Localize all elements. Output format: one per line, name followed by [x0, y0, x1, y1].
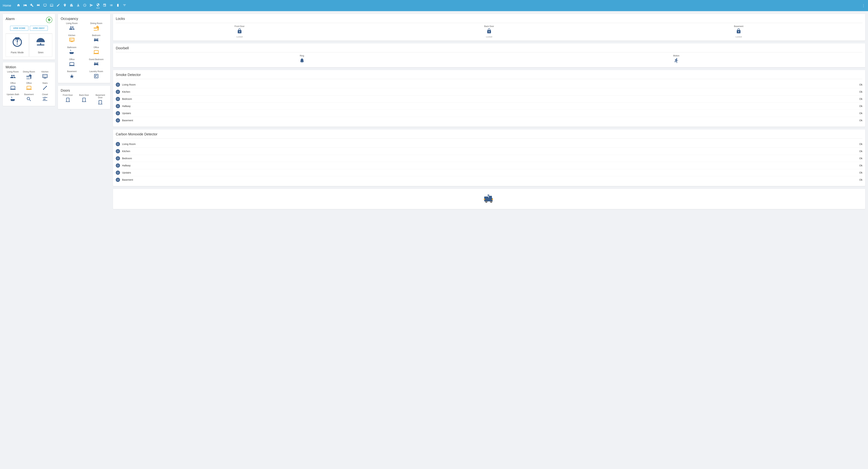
co-bedroom-icon [116, 156, 120, 161]
arm-home-button[interactable]: ARM HOME [10, 26, 28, 31]
clock-nav-icon[interactable] [83, 3, 87, 8]
smoke-basement-name: Basement [122, 119, 859, 122]
siren-button[interactable]: Siren [29, 34, 53, 57]
motion-kitchen-icon [42, 74, 48, 80]
occ-basement: Basement [61, 70, 83, 80]
occ-kitchen-icon [69, 37, 74, 44]
co-kitchen-icon [116, 149, 120, 153]
co-detector-title: Carbon Monoxide Detector [116, 132, 157, 136]
panic-mode-label: Panic Mode [11, 51, 24, 54]
smoke-basement: Basement Ok [116, 117, 862, 124]
occ-bathroom: Bathroom [61, 46, 83, 56]
lock-basement-icon [736, 28, 741, 35]
motion-office-2-label: Office [26, 82, 32, 84]
doorbell-motion: Motion [490, 55, 862, 64]
motion-living-room: Living Room [6, 71, 20, 80]
occ-office-yellow-icon [93, 49, 99, 56]
co-basement-name: Basement [122, 178, 859, 181]
occ-bedroom-icon [93, 37, 99, 44]
svg-rect-13 [484, 197, 488, 198]
co-upstairs-icon [116, 171, 120, 175]
door-back: Back Door [77, 94, 91, 106]
svg-rect-8 [70, 38, 71, 41]
co-bedroom-status: Ok [859, 157, 862, 160]
location-nav-icon[interactable] [63, 3, 67, 8]
doors-grid: Front Door Back Door Basement Door [61, 94, 107, 106]
occ-bathroom-icon [69, 49, 74, 56]
motion-dining-room-icon [26, 74, 32, 80]
smoke-basement-icon [116, 118, 120, 123]
tv-nav-icon[interactable] [43, 3, 47, 8]
panic-mode-button[interactable]: Panic Mode [6, 34, 29, 57]
motion-living-room-icon [10, 74, 16, 80]
co-hallway-status: Ok [859, 164, 862, 167]
co-basement-status: Ok [859, 178, 862, 181]
co-hallway-icon [116, 163, 120, 168]
alarm-card: Alarm ARM HOME ARM AWAY Panic [3, 14, 55, 60]
smoke-hallway-status: Ok [859, 105, 862, 107]
arm-away-button[interactable]: ARM AWAY [30, 26, 48, 31]
alarm-header: Alarm [6, 17, 52, 23]
doorbell-motion-icon [674, 58, 679, 64]
app-title: Home [3, 4, 11, 7]
pin-nav-icon[interactable] [103, 3, 106, 8]
shield-nav-icon[interactable] [96, 3, 100, 8]
motion-upstairs-bath-label: Upstairs Bath [7, 93, 19, 96]
smoke-upstairs-name: Upstairs [122, 112, 859, 114]
bedroom-nav-icon[interactable] [37, 3, 40, 8]
lock-back-door: Back Door Locked [365, 25, 613, 38]
motion-card: Motion Living Room Dining Room [3, 62, 55, 106]
svg-point-1 [40, 39, 42, 41]
co-detector-list: Living Room Ok Kitchen Ok Bedroom Ok [116, 141, 862, 183]
accessibility-nav-icon[interactable] [76, 3, 80, 8]
pencil-nav-icon[interactable] [57, 3, 60, 8]
battery-nav-icon[interactable] [116, 3, 120, 8]
co-kitchen-name: Kitchen [122, 150, 859, 153]
home-nav-icon[interactable] [17, 3, 20, 8]
more-menu-icon[interactable]: ⋮ [862, 3, 865, 8]
smoke-divider [116, 79, 862, 79]
bed-nav-icon[interactable] [23, 3, 27, 8]
smoke-upstairs-status: Ok [859, 112, 862, 114]
occ-bedroom: Bedroom [85, 34, 107, 44]
filter-nav-icon[interactable] [123, 3, 126, 8]
motion-living-room-label: Living Room [7, 71, 19, 73]
doorbell-motion-label: Motion [673, 55, 679, 57]
fire-truck-icon [484, 193, 495, 205]
siren-icon [35, 37, 46, 49]
smoke-living-room-name: Living Room [122, 83, 859, 86]
panic-mode-icon [12, 37, 23, 49]
smoke-bedroom-name: Bedroom [122, 98, 859, 100]
smoke-bedroom: Bedroom Ok [116, 96, 862, 103]
smoke-bedroom-status: Ok [859, 98, 862, 100]
locks-title: Locks [116, 17, 125, 21]
svg-rect-4 [45, 75, 47, 76]
smoke-living-room-icon [116, 82, 120, 87]
monitor-nav-icon[interactable] [50, 3, 53, 8]
send-nav-icon[interactable] [90, 3, 93, 8]
smoke-detector-card: Smoke Detector Living Room Ok Kitchen Ok [113, 70, 865, 127]
svg-rect-3 [43, 75, 44, 77]
motion-stairs-label: Stairs [42, 82, 48, 84]
smoke-basement-status: Ok [859, 119, 862, 122]
occ-laundry-room-icon [93, 73, 99, 80]
doorbell-ring-label: Ring [300, 55, 304, 57]
motion-basement-label: Basement [24, 93, 34, 96]
co-upstairs-name: Upstairs [122, 171, 859, 174]
motion-basement: Basement [22, 93, 36, 103]
right-column: Locks Front Door Locked Back Door Locked [113, 14, 865, 209]
siren-label: Siren [38, 51, 43, 54]
motion-kitchen-label: Kitchen [41, 71, 49, 73]
building-nav-icon[interactable] [70, 3, 73, 8]
smoke-bedroom-icon [116, 97, 120, 101]
door-front: Front Door [61, 94, 75, 106]
co-basement-icon [116, 178, 120, 182]
co-hallway-name: Hallway [122, 164, 859, 167]
svg-rect-20 [492, 199, 493, 200]
door-basement: Basement Door [93, 94, 107, 106]
tools-nav-icon[interactable] [30, 3, 33, 8]
alarm-shield-icon [46, 17, 52, 23]
lock-front-door-icon [237, 28, 242, 35]
occ-office-blue: Office [61, 58, 83, 68]
list-nav-icon[interactable] [110, 3, 113, 8]
